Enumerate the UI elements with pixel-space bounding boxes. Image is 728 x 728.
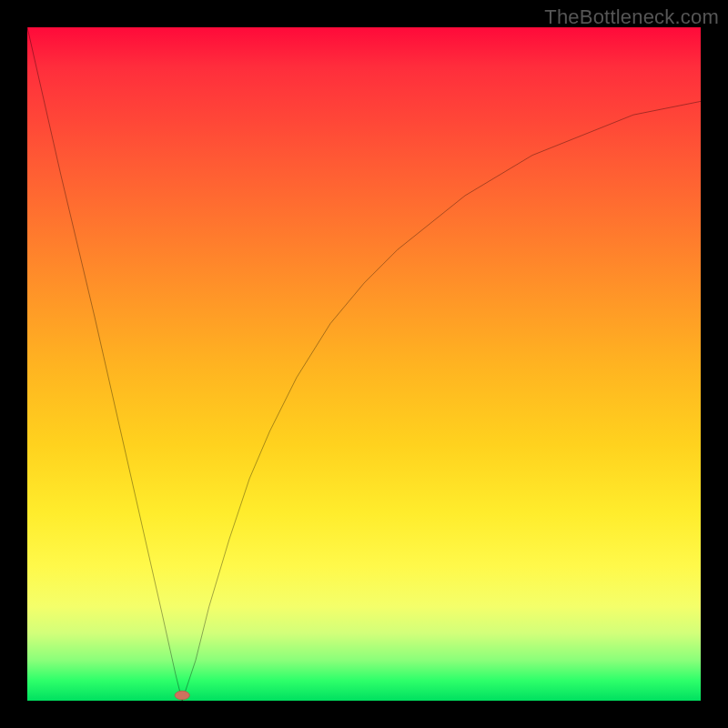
curve-right-branch [182, 101, 701, 701]
gradient-plot-area [27, 27, 701, 701]
curve-overlay [27, 27, 701, 701]
curve-left-branch [27, 27, 182, 701]
attribution-text: TheBottleneck.com [544, 5, 719, 29]
chart-frame: TheBottleneck.com [0, 0, 728, 728]
vertex-marker [175, 691, 189, 700]
